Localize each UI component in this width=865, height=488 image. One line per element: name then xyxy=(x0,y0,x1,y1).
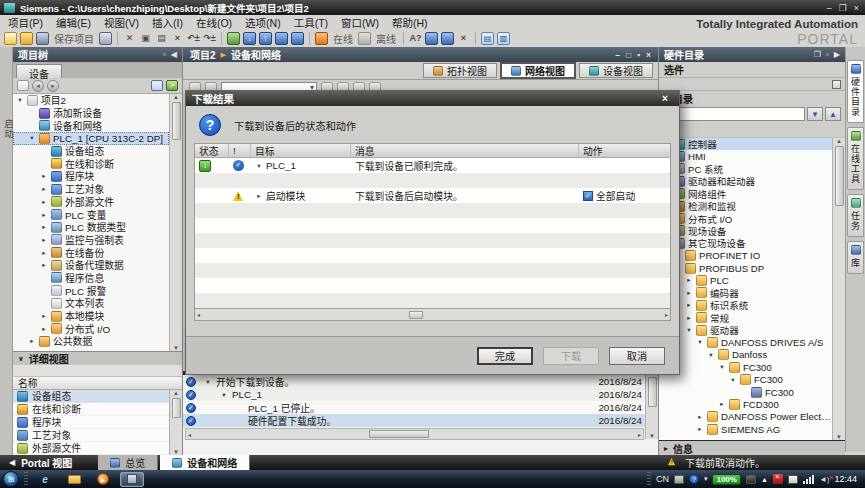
catalog-item[interactable]: ▾驱动器 xyxy=(659,324,832,336)
restore-button[interactable]: ❐ xyxy=(839,3,847,13)
split-vertical-button[interactable]: ▥ xyxy=(497,32,510,45)
stop-cpu-button[interactable] xyxy=(291,32,304,45)
expand-arrow[interactable]: ▸ xyxy=(40,185,48,193)
result-row[interactable]: !▸启动模块下载到设备后启动模块。✓全部启动 xyxy=(195,188,670,203)
delete-icon[interactable]: × xyxy=(171,32,184,45)
detail-view-header[interactable]: ∨ 详细视图 xyxy=(13,351,182,365)
tree-item[interactable]: ▸监控与强制表 xyxy=(13,234,169,247)
tree-item[interactable]: ▸在线备份 xyxy=(13,246,169,259)
expand-arrow[interactable]: ▸ xyxy=(685,301,693,309)
tia-portal-taskbar-icon[interactable] xyxy=(120,472,144,487)
catalog-item[interactable]: ▾DANFOSS DRIVES A/S xyxy=(659,336,832,348)
keyboard-icon[interactable] xyxy=(674,475,684,484)
close-editor-button[interactable]: × xyxy=(457,32,470,45)
menu-item[interactable]: 插入(I) xyxy=(152,15,183,30)
tree-item[interactable]: ▸设备代理数据 xyxy=(13,259,169,272)
project-tree-scrollbar[interactable]: ▲▼ xyxy=(169,94,182,351)
catalog-item[interactable]: 分布式 I/O xyxy=(659,212,832,224)
back-icon[interactable]: ◂ xyxy=(32,80,44,92)
catalog-item[interactable]: ▸FCD300 xyxy=(659,398,832,410)
editor-close-icon[interactable]: × xyxy=(646,50,651,60)
redo-button[interactable]: ↷± xyxy=(203,32,216,45)
start-panel-strip[interactable]: 启动 xyxy=(0,47,13,455)
log-row[interactable]: ✓▾PLC_12016/8/24 xyxy=(183,388,658,401)
tree-item[interactable]: 文本列表 xyxy=(13,297,169,310)
go-online-button[interactable] xyxy=(315,32,328,45)
catalog-item[interactable]: 网络组件 xyxy=(659,188,832,200)
side-tab-libraries[interactable]: 库 xyxy=(847,241,864,274)
editor-tab-overview[interactable]: 总览 xyxy=(98,455,158,470)
catalog-item[interactable]: HMI xyxy=(659,150,832,162)
action-center-flag-icon[interactable] xyxy=(773,474,783,484)
expand-all-icon[interactable] xyxy=(151,80,163,91)
catalog-item[interactable]: ▾FC300 xyxy=(659,361,832,373)
catalog-item[interactable]: ▸PLC xyxy=(659,274,832,286)
result-row[interactable]: ↓✓▾PLC_1下载到设备已顺利完成。 xyxy=(195,158,670,173)
expand-arrow[interactable]: ▸ xyxy=(696,413,704,421)
menu-item[interactable]: 工具(T) xyxy=(294,15,328,30)
tree-item[interactable]: ▸PLC 变量 xyxy=(13,208,169,221)
close-button[interactable]: × xyxy=(854,3,859,13)
forward-icon[interactable]: ▸ xyxy=(47,80,59,92)
menu-item[interactable]: 帮助(H) xyxy=(392,15,428,30)
menu-item[interactable]: 在线(O) xyxy=(196,15,232,30)
copy-icon[interactable]: ▣ xyxy=(139,32,152,45)
collapse-panel-icon[interactable]: ◀ xyxy=(171,50,177,59)
expand-arrow[interactable]: ▸ xyxy=(40,223,48,231)
expand-arrow[interactable]: ▸ xyxy=(40,236,48,244)
paste-icon[interactable]: ▤ xyxy=(155,32,168,45)
editor-maximize-icon[interactable]: ▪ xyxy=(637,50,640,60)
show-hidden-icons[interactable]: ▲ xyxy=(761,476,768,483)
expand-arrow[interactable]: ▾ xyxy=(16,96,24,104)
expand-arrow[interactable]: ▸ xyxy=(40,172,48,180)
tree-item[interactable]: ▸分布式 I/O xyxy=(13,322,169,335)
tree-item[interactable]: ▾PLC_1 [CPU 313C-2 DP] xyxy=(13,132,169,145)
start-cpu-button[interactable] xyxy=(275,32,288,45)
dialog-close-icon[interactable]: × xyxy=(657,93,673,105)
pin-panel-icon[interactable]: ▫ xyxy=(826,50,829,59)
catalog-item[interactable]: ▾Danfoss xyxy=(659,349,832,361)
catalog-item[interactable]: ▸DANFOSS Power Electronics A/S xyxy=(659,411,832,423)
ime-caret-icon[interactable]: ▾ xyxy=(704,475,708,483)
start-all-checkbox[interactable]: ✓ xyxy=(583,191,593,201)
options-collapse-icon[interactable] xyxy=(832,80,841,89)
open-project-button[interactable] xyxy=(20,32,33,45)
tree-item[interactable]: ▾项目2 xyxy=(13,94,169,107)
breadcrumb-project[interactable]: 项目2 xyxy=(190,47,216,62)
log-row[interactable]: ✓▾开始下载到设备。2016/8/24 xyxy=(183,375,658,388)
side-tab-catalog[interactable]: 硬件目录 xyxy=(847,60,864,123)
expand-arrow[interactable]: ▾ xyxy=(707,351,715,359)
portal-view-switch[interactable]: ◀ Portal 视图 xyxy=(0,455,72,470)
breadcrumb-page[interactable]: 设备和网络 xyxy=(231,47,281,62)
expand-arrow[interactable]: ▸ xyxy=(685,276,693,284)
tab-devices[interactable]: 设备 xyxy=(16,64,62,78)
expand-arrow[interactable]: ▾ xyxy=(685,326,693,334)
save-project-button[interactable] xyxy=(36,32,49,45)
expand-arrow[interactable]: ▾ xyxy=(28,134,36,142)
menu-item[interactable]: 选项(N) xyxy=(245,15,281,30)
menu-item[interactable]: 项目(P) xyxy=(8,15,43,30)
float-panel-icon[interactable]: ❐ xyxy=(814,50,821,59)
network-signal-icon[interactable] xyxy=(803,475,814,484)
auto-collapse-icon[interactable]: ▫ xyxy=(163,50,166,59)
tree-item[interactable]: 程序信息 xyxy=(13,272,169,285)
compile-button[interactable] xyxy=(227,32,240,45)
side-tab-tasks[interactable]: 任务 xyxy=(847,194,864,237)
download-button[interactable]: 下载 xyxy=(543,347,599,365)
side-tab-online-tools[interactable]: 在线工具 xyxy=(847,127,864,190)
cancel-button[interactable]: 取消 xyxy=(609,347,665,365)
catalog-item[interactable]: PROFINET IO xyxy=(659,250,832,262)
expand-arrow[interactable]: ▸ xyxy=(40,198,48,206)
battery-indicator[interactable]: 100% xyxy=(712,474,740,485)
link-online-icon[interactable]: ↗ xyxy=(166,80,178,91)
collapse-panel-right-icon[interactable]: ▶ xyxy=(834,50,840,59)
catalog-item[interactable]: FC300 xyxy=(659,386,832,398)
catalog-item[interactable]: 其它现场设备 xyxy=(659,237,832,249)
info-pane-header[interactable]: ▸ 信息 xyxy=(659,440,845,455)
print-button[interactable] xyxy=(99,32,112,45)
tab-network-view[interactable]: 网络视图 xyxy=(500,62,576,79)
tree-item[interactable]: ▸程序块 xyxy=(13,170,169,183)
internet-explorer-icon[interactable]: e xyxy=(33,472,57,487)
catalog-scrollbar[interactable]: ▲▼ xyxy=(832,138,845,440)
catalog-item[interactable]: 现场设备 xyxy=(659,225,832,237)
